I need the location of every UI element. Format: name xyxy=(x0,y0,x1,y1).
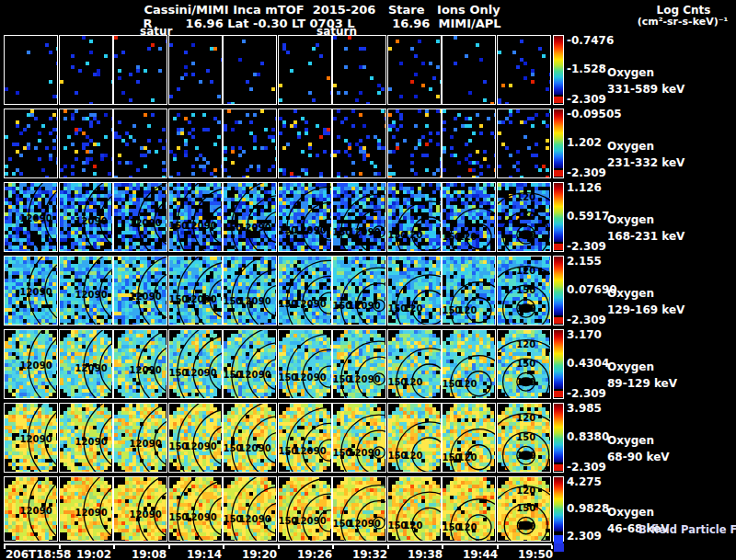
colorbar-underrange-marker-r3 xyxy=(554,244,563,250)
panel-r2-c3 xyxy=(113,109,167,178)
time-label-1950: 19:50 xyxy=(515,548,556,560)
panel-r1-c1 xyxy=(4,35,58,105)
svg-text:90: 90 xyxy=(204,441,217,451)
svg-text:90: 90 xyxy=(314,299,327,309)
species-label: Oxygen xyxy=(607,432,670,449)
time-label-1920: 19:20 xyxy=(239,548,280,560)
panel-r5-c9: 120150 xyxy=(442,329,496,399)
energy-range-label: 68-90 keV xyxy=(607,449,670,465)
colorbar-underrange-marker-r5 xyxy=(554,391,563,397)
energy-range-label: 129-169 keV xyxy=(607,302,684,318)
svg-text:150: 150 xyxy=(443,305,461,315)
svg-text:120: 120 xyxy=(20,434,40,444)
cbar-bottom-label-r3: -2.309 xyxy=(567,240,606,253)
svg-text:90: 90 xyxy=(368,519,381,529)
svg-text:90: 90 xyxy=(149,509,162,520)
svg-text:120: 120 xyxy=(75,363,95,373)
colorbar-underrange-marker-r1 xyxy=(554,97,563,103)
svg-text:120: 120 xyxy=(516,486,535,496)
panel-r7-c2: 90120 xyxy=(59,476,113,542)
time-label-1902: 19:02 xyxy=(74,548,114,560)
svg-text:150: 150 xyxy=(279,299,297,309)
energy-range-label: 331-589 keV xyxy=(607,81,684,97)
svg-text:90: 90 xyxy=(95,508,108,518)
svg-text:150: 150 xyxy=(443,452,461,463)
svg-text:90: 90 xyxy=(40,506,52,516)
svg-text:150: 150 xyxy=(443,522,461,532)
colorbar-r5 xyxy=(553,329,564,399)
panel-r7-c4: 90120150 xyxy=(168,476,223,542)
svg-text:90: 90 xyxy=(314,225,327,235)
svg-text:90: 90 xyxy=(204,512,217,522)
svg-text:90: 90 xyxy=(204,294,217,304)
svg-text:150: 150 xyxy=(169,294,188,304)
svg-text:150: 150 xyxy=(169,512,188,522)
svg-text:90: 90 xyxy=(95,437,108,447)
panel-r5-c7: 90120150 xyxy=(332,329,386,399)
svg-text:150: 150 xyxy=(516,211,535,222)
panel-r3-c3: 90120 xyxy=(113,182,167,252)
cbar-mid-label-r5: 0.4304 xyxy=(567,357,609,370)
svg-text:90: 90 xyxy=(314,372,327,383)
svg-text:90: 90 xyxy=(259,223,271,233)
svg-text:90: 90 xyxy=(259,514,271,524)
panel-r2-c5 xyxy=(223,109,277,178)
energy-range-label: 89-129 keV xyxy=(607,375,677,392)
svg-text:120: 120 xyxy=(516,339,535,349)
panel-r3-c2: 90120 xyxy=(59,182,113,252)
svg-text:90: 90 xyxy=(259,296,271,306)
svg-text:120: 120 xyxy=(75,508,95,518)
time-label-1926: 19:26 xyxy=(294,548,335,560)
svg-text:180: 180 xyxy=(516,377,535,387)
colorbar-r7 xyxy=(553,476,564,542)
svg-text:150: 150 xyxy=(388,520,407,531)
panel-r6-c10: 120150180 xyxy=(497,403,551,473)
species-label: Oxygen xyxy=(607,359,677,375)
panel-r3-c10: 120150180 xyxy=(497,182,551,252)
svg-text:150: 150 xyxy=(224,443,242,453)
species-label: Oxygen xyxy=(607,285,684,302)
panel-r3-c6: 90120150 xyxy=(278,182,332,252)
svg-text:150: 150 xyxy=(333,519,351,529)
panel-r6-c2: 90120 xyxy=(59,403,113,473)
svg-text:90: 90 xyxy=(40,213,52,223)
energy-range-label: 168-231 keV xyxy=(607,228,684,245)
panel-r6-c3: 90120 xyxy=(113,403,167,473)
panel-r2-c2 xyxy=(59,109,113,178)
panel-r4-c6: 90120150 xyxy=(278,256,332,326)
svg-text:120: 120 xyxy=(130,365,149,375)
cbar-bottom-label-r5: -2.309 xyxy=(567,387,606,400)
colorbar-r2 xyxy=(553,109,564,178)
svg-text:120: 120 xyxy=(75,290,95,300)
cbar-bottom-label-r2: -2.309 xyxy=(567,166,606,179)
svg-text:120: 120 xyxy=(130,291,149,302)
svg-text:90: 90 xyxy=(95,290,108,300)
svg-text:90: 90 xyxy=(40,434,52,444)
svg-text:150: 150 xyxy=(516,503,535,513)
panel-r7-c8: 120150 xyxy=(387,476,442,542)
panel-r1-c5 xyxy=(223,35,277,105)
time-label-1914: 19:14 xyxy=(184,548,224,560)
svg-text:150: 150 xyxy=(224,370,242,380)
svg-text:150: 150 xyxy=(333,227,351,237)
svg-text:90: 90 xyxy=(40,287,52,297)
cbar-bottom-label-r7: 2.309 xyxy=(567,530,602,543)
panel-r4-c3: 90120 xyxy=(113,256,167,326)
panel-r7-c5: 90120150 xyxy=(223,476,277,542)
panel-r5-c10: 120150180 xyxy=(497,329,551,399)
panel-r7-c10: 120150180 xyxy=(497,476,551,542)
svg-text:150: 150 xyxy=(169,441,188,451)
colorbar-r4 xyxy=(553,256,564,326)
svg-text:120: 120 xyxy=(20,506,40,516)
panel-r2-c6 xyxy=(278,109,332,178)
panel-r1-c7 xyxy=(332,35,386,105)
svg-text:90: 90 xyxy=(314,446,327,456)
panel-r5-c3: 90120 xyxy=(113,329,167,399)
svg-text:120: 120 xyxy=(516,192,535,202)
svg-text:150: 150 xyxy=(388,303,407,314)
svg-text:150: 150 xyxy=(516,359,535,369)
cassini-mimi-stare-plot: Cassini/MIMI Inca mTOF 2015-206 Stare Io… xyxy=(0,0,736,560)
saturn-marker-label-clipped: satur xyxy=(140,25,172,38)
panel-r1-c10 xyxy=(497,35,551,105)
cbar-mid-label-r7: 0.9828 xyxy=(567,502,609,515)
